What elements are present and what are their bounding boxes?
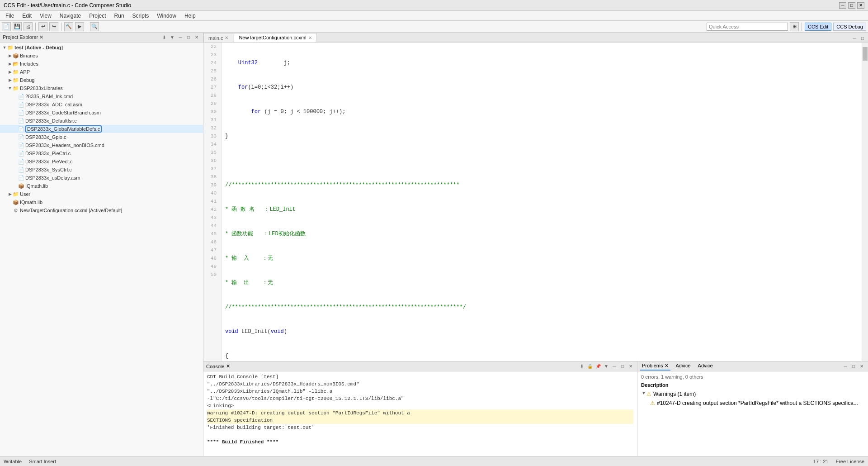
menu-navigate[interactable]: Navigate <box>56 12 85 20</box>
menu-window[interactable]: Window <box>153 12 180 20</box>
tree-item-adc-cal[interactable]: 📄 DSP2833x_ADC_cal.asm <box>0 100 203 109</box>
tree-item-dsp2833x[interactable]: ▼ 📁 DSP2833xLibraries <box>0 84 203 92</box>
tree-item-debug[interactable]: ▶ 📁 Debug <box>0 76 203 84</box>
console-pin-btn[interactable]: 📌 <box>594 363 602 370</box>
tree-arrow-nt <box>7 208 13 213</box>
problems-warnings-group[interactable]: ▼ ⚠ Warnings (1 item) <box>639 390 866 399</box>
debug-folder-icon: 📁 <box>13 77 19 83</box>
build-button[interactable]: 🔨 <box>64 22 73 31</box>
tree-label-defaultisr: DSP2833x_DefaultIsr.c <box>25 118 77 124</box>
tree-item-usdelay[interactable]: 📄 DSP2833x_usDelay.asm <box>0 174 203 182</box>
console-content[interactable]: CDT Build Console [test] "../DSP2833xLib… <box>203 371 637 456</box>
problems-maximize-btn[interactable]: □ <box>850 363 857 370</box>
problems-close-btn[interactable]: ✕ <box>858 363 865 370</box>
minimize-button[interactable]: ─ <box>839 2 846 9</box>
quick-access-input[interactable] <box>707 23 788 31</box>
debug-button[interactable]: ▶ <box>75 22 84 31</box>
console-clear-btn[interactable]: ⬇ <box>578 363 585 370</box>
tree-item-gpio[interactable]: 📄 DSP2833x_Gpio.c <box>0 133 203 141</box>
tree-label-globalvariabledefs: DSP2833x_GlobalVariableDefs.c <box>25 125 102 133</box>
tree-arrow-app[interactable]: ▶ <box>7 69 13 75</box>
tab-advice-2[interactable]: Advice <box>696 362 715 371</box>
c-file-icon-3: 📄 <box>18 134 24 140</box>
tree-arrow-user[interactable]: ▶ <box>7 191 13 197</box>
code-editor[interactable]: 22 23 24 25 26 27 28 29 30 31 32 33 34 3… <box>203 43 868 361</box>
tree-item-binaries[interactable]: ▶ 📦 Binaries <box>0 52 203 60</box>
tree-item-piectrl[interactable]: 📄 DSP2833x_PieCtrl.c <box>0 149 203 157</box>
tree-item-test[interactable]: ▼ 📁 test [Active - Debug] <box>0 43 203 52</box>
tree-item-includes[interactable]: ▶ 📂 Includes <box>0 60 203 68</box>
tree-item-iqmath-lib2[interactable]: 📦 IQmath.lib <box>0 198 203 206</box>
toolbar-separator-1 <box>35 23 36 31</box>
console-menu-btn[interactable]: ▼ <box>603 363 610 370</box>
menu-help[interactable]: Help <box>181 12 199 20</box>
tree-item-newtarget[interactable]: ⚙ NewTargetConfiguration.ccxml [Active/D… <box>0 206 203 214</box>
menu-view[interactable]: View <box>36 12 55 20</box>
tree-item-headers-nonbios[interactable]: 📄 DSP2833x_Headers_nonBIOS.cmd <box>0 141 203 149</box>
editor-maximize-btn[interactable]: □ <box>859 34 866 42</box>
problems-warning-item[interactable]: ⚠ #10247-D creating output section *Part… <box>639 399 866 408</box>
code-content[interactable]: Uint32 j; for(i=0;i<32;i++) for (j = 0; … <box>222 43 862 361</box>
tree-item-pievect[interactable]: 📄 DSP2833x_PieVect.c <box>0 157 203 166</box>
tree-label-user: User <box>20 191 30 197</box>
tree-arrow-binaries[interactable]: ▶ <box>7 53 13 58</box>
print-button[interactable]: 🖨 <box>24 22 33 31</box>
editor-scrollbar[interactable] <box>862 43 868 361</box>
tab-main-c-close[interactable]: ✕ <box>225 35 228 40</box>
editor-minimize-btn[interactable]: ─ <box>851 34 858 42</box>
c-file-icon-4: 📄 <box>18 150 24 157</box>
pe-close-btn[interactable]: ✕ <box>193 34 200 41</box>
tab-main-c[interactable]: main.c ✕ <box>203 33 233 42</box>
search-button[interactable]: 🔍 <box>90 22 99 31</box>
tree-item-app[interactable]: ▶ 📁 APP <box>0 68 203 76</box>
new-button[interactable]: 📄 <box>2 22 11 31</box>
save-button[interactable]: 💾 <box>13 22 22 31</box>
tree-item-user[interactable]: ▶ 📁 User <box>0 190 203 198</box>
tab-main-c-label: main.c <box>208 35 223 41</box>
tree-arrow-test[interactable]: ▼ <box>2 45 7 50</box>
tree-arrow-dsp2833x[interactable]: ▼ <box>7 86 13 91</box>
ccs-debug-perspective[interactable]: CCS Debug <box>833 23 866 31</box>
tree-arrow-includes[interactable]: ▶ <box>7 61 13 67</box>
pe-collapse-btn[interactable]: ⬇ <box>160 34 168 41</box>
tree-label-sysctrl: DSP2833x_SysCtrl.c <box>25 167 72 172</box>
includes-icon: 📂 <box>13 61 19 67</box>
undo-button[interactable]: ↩ <box>38 22 47 31</box>
menu-project[interactable]: Project <box>85 12 109 20</box>
tab-newtarget-close[interactable]: ✕ <box>308 35 312 40</box>
menu-scripts[interactable]: Scripts <box>129 12 153 20</box>
console-line-3: -l"C:/ti/ccsv6/tools/compiler/ti-cgt-c20… <box>207 395 633 402</box>
code-line-23: for(i=0;i<32;i++) <box>225 83 858 91</box>
toolbar-grid-button[interactable]: ⊞ <box>790 22 799 31</box>
tree-arrow-debug[interactable]: ▶ <box>7 77 13 83</box>
pe-minimize-btn[interactable]: ─ <box>177 34 184 41</box>
tree-item-defaultisr[interactable]: 📄 DSP2833x_DefaultIsr.c <box>0 117 203 125</box>
title-bar: CCS Edit - test/User/main.c - Code Compo… <box>0 0 868 11</box>
console-maximize-btn[interactable]: □ <box>619 363 626 370</box>
pe-menu-btn[interactable]: ▼ <box>169 34 176 41</box>
menu-run[interactable]: Run <box>111 12 128 20</box>
warnings-arrow[interactable]: ▼ <box>641 390 646 396</box>
tab-problems[interactable]: Problems ✕ <box>640 362 670 371</box>
maximize-button[interactable]: □ <box>848 2 855 9</box>
menu-edit[interactable]: Edit <box>19 12 35 20</box>
problems-minimize-btn[interactable]: ─ <box>842 363 849 370</box>
menu-file[interactable]: File <box>2 12 18 20</box>
redo-button[interactable]: ↪ <box>49 22 58 31</box>
close-button[interactable]: ✕ <box>857 2 864 9</box>
tree-label-usdelay: DSP2833x_usDelay.asm <box>25 175 80 181</box>
tree-item-codestartbranch[interactable]: 📄 DSP2833x_CodeStartBranch.asm <box>0 109 203 117</box>
tab-newtarget[interactable]: NewTargetConfiguration.ccxml ✕ <box>234 33 316 42</box>
tab-advice-1[interactable]: Advice <box>674 362 693 371</box>
ccs-edit-perspective[interactable]: CCS Edit <box>805 23 831 31</box>
tree-item-iqmath-lib[interactable]: 📦 IQmath.lib <box>0 182 203 190</box>
console-minimize-btn[interactable]: ─ <box>611 363 618 370</box>
tree-item-sysctrl[interactable]: 📄 DSP2833x_SysCtrl.c <box>0 166 203 174</box>
pe-maximize-btn[interactable]: □ <box>185 34 192 41</box>
console-scroll-lock-btn[interactable]: 🔒 <box>586 363 594 370</box>
tree-item-28335ram[interactable]: 📄 28335_RAM_lnk.cmd <box>0 92 203 100</box>
bottom-area: Console ✕ ⬇ 🔒 📌 ▼ ─ □ ✕ CDT Build Consol… <box>203 361 868 456</box>
tree-item-globalvariabledefs[interactable]: 📄 DSP2833x_GlobalVariableDefs.c <box>0 125 203 133</box>
console-line-5: warning #10247-D: creating output sectio… <box>207 409 633 417</box>
console-close-btn[interactable]: ✕ <box>627 363 634 370</box>
